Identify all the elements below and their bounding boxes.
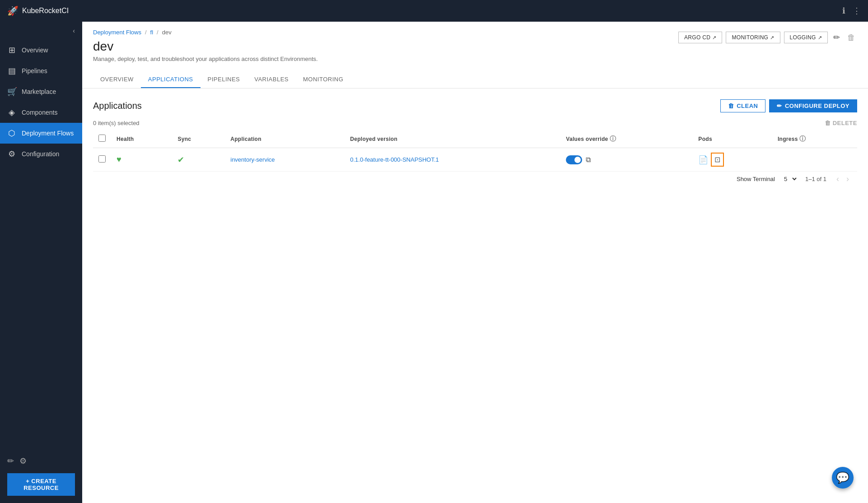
components-icon: ◈ <box>7 107 16 117</box>
sidebar: ‹ ⊞ Overview ▤ Pipelines 🛒 Marketplace ◈… <box>0 22 82 503</box>
content-area: Applications 🗑 CLEAN ✏ CONFIGURE DEPLOY … <box>82 88 868 503</box>
row-ingress <box>772 148 857 172</box>
row-deployed-version: 0.1.0-feature-tt-000-SNAPSHOT.1 <box>345 148 560 172</box>
configuration-icon: ⚙ <box>7 149 16 159</box>
page-title: dev <box>93 39 318 54</box>
header-health: Health <box>111 130 172 148</box>
per-page-select[interactable]: 5 10 25 <box>782 175 798 183</box>
clean-button[interactable]: 🗑 CLEAN <box>720 99 766 112</box>
applications-section-header: Applications 🗑 CLEAN ✏ CONFIGURE DEPLOY <box>93 99 857 112</box>
row-pods: 📄 ⊡ <box>693 148 772 172</box>
header-pods: Pods <box>693 130 772 148</box>
ingress-info-icon[interactable]: ⓘ <box>799 135 806 142</box>
table-header-row: Health Sync Application Deployed version… <box>93 130 857 148</box>
topbar-left: 🚀 KubeRocketCI <box>7 5 69 16</box>
toggle-container: ⧉ <box>566 155 687 164</box>
pod-doc-icon[interactable]: 📄 <box>698 155 708 165</box>
row-checkbox[interactable] <box>98 155 106 163</box>
logging-ext-icon: ↗ <box>818 35 822 41</box>
page-subtitle: Manage, deploy, test, and troubleshoot y… <box>93 56 318 62</box>
delete-label: DELETE <box>833 120 857 126</box>
header-values-override: Values override ⓘ <box>560 130 693 148</box>
breadcrumb-sep-1: / <box>145 29 147 36</box>
show-terminal-row: Show Terminal 5 10 25 1–1 of 1 ‹ › <box>93 172 857 185</box>
logging-button[interactable]: LOGGING ↗ <box>784 32 828 43</box>
pipelines-icon: ▤ <box>7 66 16 76</box>
settings-icon[interactable]: ⚙ <box>19 456 27 466</box>
row-health: ♥ <box>111 148 172 172</box>
sidebar-item-label-deployment-flows: Deployment Flows <box>22 130 74 137</box>
overview-icon: ⊞ <box>7 45 16 55</box>
values-override-ext-link-icon[interactable]: ⧉ <box>586 156 591 164</box>
table-toolbar: 0 item(s) selected 🗑 DELETE <box>93 120 857 126</box>
values-override-info-icon[interactable]: ⓘ <box>610 135 616 142</box>
header-deployed-version: Deployed version <box>345 130 560 148</box>
values-override-toggle[interactable] <box>566 155 582 164</box>
tab-pipelines[interactable]: PIPELINES <box>201 71 247 88</box>
select-all-checkbox[interactable] <box>98 135 106 142</box>
app-logo: 🚀 <box>7 5 19 16</box>
sidebar-item-label-overview: Overview <box>22 47 48 54</box>
monitoring-label: MONITORING <box>732 34 768 41</box>
sync-check-icon: ✔ <box>177 155 184 164</box>
topbar-right: ℹ ⋮ <box>842 6 861 16</box>
layout: ‹ ⊞ Overview ▤ Pipelines 🛒 Marketplace ◈… <box>0 22 868 503</box>
row-application: inventory-service <box>225 148 345 172</box>
sidebar-collapse-area: ‹ <box>0 22 82 40</box>
sidebar-item-label-components: Components <box>22 109 57 116</box>
configure-deploy-button[interactable]: ✏ CONFIGURE DEPLOY <box>769 99 857 112</box>
delete-button[interactable]: 🗑 DELETE <box>825 120 857 126</box>
header-checkbox-cell <box>93 130 111 148</box>
breadcrumb-fl[interactable]: fl <box>150 29 154 36</box>
applications-actions: 🗑 CLEAN ✏ CONFIGURE DEPLOY <box>720 99 857 112</box>
delete-page-button[interactable]: 🗑 <box>845 31 857 44</box>
header-application: Application <box>225 130 345 148</box>
delete-icon: 🗑 <box>825 120 831 126</box>
sidebar-item-overview[interactable]: ⊞ Overview <box>0 40 82 61</box>
more-icon[interactable]: ⋮ <box>853 6 861 16</box>
page-actions: ARGO CD ↗ MONITORING ↗ LOGGING ↗ ✏ 🗑 <box>678 29 857 44</box>
version-link[interactable]: 0.1.0-feature-tt-000-SNAPSHOT.1 <box>350 156 439 163</box>
sidebar-item-pipelines[interactable]: ▤ Pipelines <box>0 61 82 81</box>
tab-overview[interactable]: OVERVIEW <box>93 71 141 88</box>
row-checkbox-cell <box>93 148 111 172</box>
pagination-next-button[interactable]: › <box>844 173 852 185</box>
sidebar-collapse-button[interactable]: ‹ <box>71 25 77 36</box>
main-content: Deployment Flows / fl / dev dev Manage, … <box>82 22 868 503</box>
tab-variables[interactable]: VARIABLES <box>247 71 296 88</box>
monitoring-button[interactable]: MONITORING ↗ <box>726 32 780 43</box>
applications-table: Health Sync Application Deployed version… <box>93 130 857 172</box>
configure-deploy-label: CONFIGURE DEPLOY <box>785 102 849 109</box>
breadcrumb: Deployment Flows / fl / dev <box>93 29 318 36</box>
pagination-prev-button[interactable]: ‹ <box>834 173 842 185</box>
sidebar-item-deployment-flows[interactable]: ⬡ Deployment Flows <box>0 123 82 144</box>
edit-icon[interactable]: ✏ <box>7 456 14 466</box>
breadcrumb-deployment-flows[interactable]: Deployment Flows <box>93 29 141 36</box>
row-values-override: ⧉ <box>560 148 693 172</box>
sidebar-item-components[interactable]: ◈ Components <box>0 102 82 123</box>
argo-cd-button[interactable]: ARGO CD ↗ <box>678 32 722 43</box>
edit-page-button[interactable]: ✏ <box>831 31 842 44</box>
sidebar-item-marketplace[interactable]: 🛒 Marketplace <box>0 81 82 102</box>
row-sync: ✔ <box>172 148 225 172</box>
header-ingress: Ingress ⓘ <box>772 130 857 148</box>
configure-deploy-icon: ✏ <box>777 102 782 109</box>
tab-monitoring[interactable]: MONITORING <box>296 71 350 88</box>
pod-terminal-button[interactable]: ⊡ <box>711 153 724 167</box>
info-icon[interactable]: ℹ <box>842 6 845 16</box>
deployment-flows-icon: ⬡ <box>7 128 16 138</box>
application-link[interactable]: inventory-service <box>230 156 275 163</box>
applications-title: Applications <box>93 101 142 111</box>
table-row: ♥ ✔ inventory-service 0.1.0-feature-tt-0… <box>93 148 857 172</box>
logging-label: LOGGING <box>790 34 816 41</box>
chat-fab-icon: 💬 <box>836 471 849 484</box>
chat-fab-button[interactable]: 💬 <box>832 467 854 489</box>
health-heart-icon: ♥ <box>117 155 121 164</box>
create-resource-button[interactable]: + CREATE RESOURCE <box>7 473 75 496</box>
tab-applications[interactable]: APPLICATIONS <box>141 71 201 88</box>
sidebar-item-configuration[interactable]: ⚙ Configuration <box>0 144 82 164</box>
marketplace-icon: 🛒 <box>7 87 16 97</box>
terminal-icon: ⊡ <box>714 155 720 164</box>
sidebar-bottom: ✏ ⚙ <box>0 449 82 473</box>
pagination-nav: ‹ › <box>834 173 852 185</box>
